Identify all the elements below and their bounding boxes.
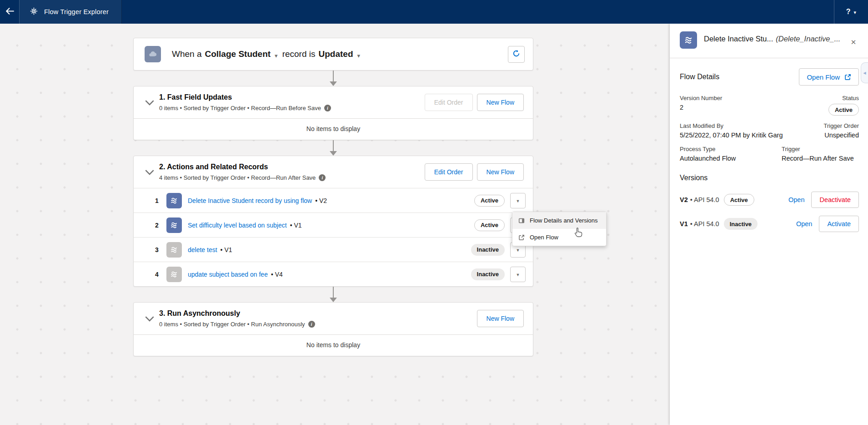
section-subtitle: 0 items • Sorted by Trigger Order • Run … — [159, 321, 305, 328]
status-label: Status — [828, 95, 859, 101]
trigger-order-value: Unspecified — [823, 132, 859, 139]
flow-list-row: 1 Delete Inactive Student record by usin… — [134, 188, 533, 212]
app-title: Flow Trigger Explorer — [44, 8, 109, 15]
empty-state-text: No items to display — [134, 334, 533, 356]
version-row: V1 • API 54.0 Inactive Open Activate — [680, 215, 859, 233]
help-menu[interactable]: ? — [834, 0, 868, 24]
flow-name-link[interactable]: Delete Inactive Student record by using … — [188, 197, 312, 204]
event-picker[interactable]: Updated — [316, 49, 365, 60]
new-flow-button[interactable]: New Flow — [477, 163, 524, 181]
flow-name-link[interactable]: update subject based on fee — [188, 271, 268, 278]
flow-icon — [680, 31, 697, 49]
flow-order: 2 — [155, 222, 166, 229]
collapse-section-button[interactable] — [140, 309, 159, 328]
menu-item-label: Flow Details and Versions — [530, 217, 598, 224]
activate-button[interactable]: Activate — [819, 216, 859, 232]
close-panel-button[interactable] — [847, 36, 860, 49]
app-tab: Flow Trigger Explorer — [19, 0, 122, 24]
new-flow-button[interactable]: New Flow — [477, 310, 524, 327]
trigger-label: Trigger — [782, 146, 859, 152]
last-modified-value: 5/25/2022, 07:40 PM by Kritik Garg — [680, 132, 783, 139]
status-badge: Inactive — [471, 244, 505, 256]
info-icon[interactable] — [319, 174, 326, 181]
versions-heading: Versions — [680, 174, 859, 182]
refresh-button[interactable] — [508, 46, 525, 63]
version-name: V2 — [680, 196, 688, 203]
status-badge: Active — [828, 104, 859, 116]
object-name: Collage Student — [205, 49, 271, 59]
chevron-down-icon — [275, 50, 278, 60]
flow-name-link[interactable]: delete test — [188, 246, 217, 253]
deactivate-button[interactable]: Deactivate — [811, 192, 859, 208]
section-subtitle: 4 items • Sorted by Trigger Order • Reco… — [159, 174, 316, 181]
details-panel-icon — [518, 218, 525, 224]
menu-item-label: Open Flow — [530, 234, 558, 241]
empty-state-text: No items to display — [134, 118, 533, 140]
section-subtitle: 0 items • Sorted by Trigger Order • Reco… — [159, 105, 321, 111]
flow-api-name: (Delete_Inactive_... — [776, 35, 840, 43]
info-icon[interactable] — [324, 105, 331, 111]
section-title: 2. Actions and Related Records — [159, 163, 326, 171]
flow-icon — [166, 242, 182, 258]
flow-label: Delete Inactive Stu... — [704, 35, 773, 43]
panel-body: Flow Details Open Flow Version Number 2 … — [670, 58, 868, 233]
dropdown-arrow-icon — [516, 197, 520, 204]
open-flow-button[interactable]: Open Flow — [799, 68, 859, 86]
row-actions-menu: Flow Details and Versions Open Flow — [512, 212, 607, 246]
flow-icon — [166, 193, 182, 208]
flow-connector-arrow — [133, 140, 533, 156]
trigger-bar: When a Collage Student record is Updated — [133, 38, 533, 71]
new-flow-button[interactable]: New Flow — [477, 94, 524, 111]
back-arrow-icon — [5, 7, 15, 17]
version-row: V2 • API 54.0 Active Open Deactivate — [680, 191, 859, 208]
status-badge: Active — [474, 195, 505, 207]
flow-list-row: 3 delete test • V1 Inactive — [134, 237, 533, 262]
status-badge: Active — [724, 194, 754, 206]
chevron-down-icon — [853, 8, 856, 16]
section-title: 1. Fast Field Updates — [159, 93, 331, 101]
version-api: • API 54.0 — [690, 196, 719, 203]
last-modified-label: Last Modified By — [680, 122, 783, 129]
trigger-order-label: Trigger Order — [823, 122, 859, 129]
flow-icon — [166, 267, 182, 282]
back-button[interactable] — [0, 0, 19, 24]
trigger-sentence: When a Collage Student record is Updated — [172, 49, 365, 60]
section-fast-field-updates: 1. Fast Field Updates 0 items • Sorted b… — [133, 86, 533, 140]
flow-details-panel: Delete Inactive Stu...(Delete_Inactive_.… — [670, 24, 868, 425]
event-name: Updated — [319, 49, 353, 59]
menu-item-open-flow[interactable]: Open Flow — [512, 229, 606, 246]
menu-item-flow-details-and-versions[interactable]: Flow Details and Versions — [512, 212, 606, 229]
row-actions-dropdown-button[interactable] — [510, 193, 526, 208]
flow-order: 1 — [155, 197, 166, 204]
flow-list-row: 2 Set difficulty level based on subject … — [134, 212, 533, 237]
flow-connector-arrow — [133, 287, 533, 302]
panel-collapse-tab[interactable] — [861, 62, 868, 83]
version-number-value: 2 — [680, 104, 722, 111]
object-picker[interactable]: Collage Student — [201, 49, 282, 60]
dropdown-arrow-icon — [516, 246, 520, 253]
flow-name-link[interactable]: Set difficulty level based on subject — [188, 222, 287, 229]
flow-list-row: 4 update subject based on fee • V4 Inact… — [134, 262, 533, 286]
version-number-label: Version Number — [680, 95, 722, 101]
process-type-label: Process Type — [680, 146, 736, 152]
trigger-value: Record—Run After Save — [782, 155, 859, 162]
edit-order-button: Edit Order — [425, 94, 473, 111]
flow-order: 4 — [155, 271, 166, 278]
collapse-section-button[interactable] — [140, 163, 159, 181]
flow-details-heading: Flow Details — [680, 73, 719, 81]
section-title: 3. Run Asynchronously — [159, 309, 315, 318]
record-object-icon — [145, 46, 161, 62]
open-version-link[interactable]: Open — [796, 220, 812, 228]
flow-icon — [166, 218, 182, 233]
section-run-asynchronously: 3. Run Asynchronously 0 items • Sorted b… — [133, 302, 533, 356]
panel-header: Delete Inactive Stu...(Delete_Inactive_.… — [670, 24, 868, 58]
trigger-prefix: When a — [172, 49, 201, 59]
info-icon[interactable] — [308, 321, 315, 328]
edit-order-button[interactable]: Edit Order — [425, 163, 473, 181]
collapse-section-button[interactable] — [140, 93, 159, 111]
flow-starburst-icon — [30, 7, 38, 17]
flow-version: • V2 — [315, 197, 327, 204]
row-actions-dropdown-button[interactable] — [510, 267, 526, 282]
flow-version: • V1 — [221, 246, 232, 253]
open-version-link[interactable]: Open — [788, 196, 804, 203]
